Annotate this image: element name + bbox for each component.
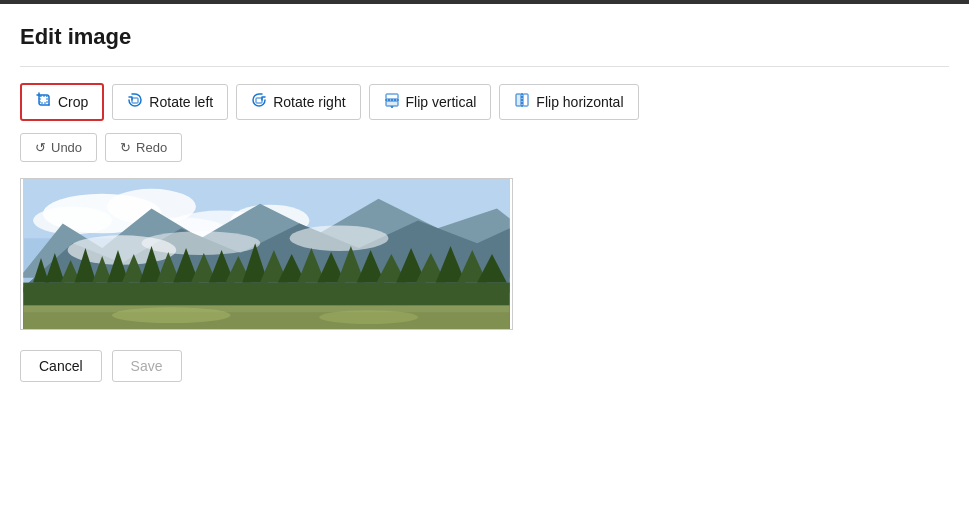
flip-vertical-icon	[384, 92, 400, 112]
rotate-right-icon	[251, 92, 267, 112]
svg-rect-0	[40, 96, 47, 103]
svg-point-52	[319, 310, 418, 324]
landscape-image	[21, 179, 512, 329]
page-title: Edit image	[20, 24, 949, 50]
crop-button[interactable]: Crop	[20, 83, 104, 121]
svg-rect-6	[523, 94, 528, 106]
page-container: Edit image Crop Rotate le	[0, 4, 969, 402]
cancel-label: Cancel	[39, 358, 83, 374]
svg-rect-7	[516, 94, 521, 106]
rotate-right-button[interactable]: Rotate right	[236, 84, 360, 120]
save-label: Save	[131, 358, 163, 374]
action-row: ↺ Undo ↻ Redo	[20, 133, 949, 162]
flip-horizontal-icon	[514, 92, 530, 112]
svg-rect-2	[256, 98, 262, 103]
rotate-left-label: Rotate left	[149, 94, 213, 110]
redo-button[interactable]: ↻ Redo	[105, 133, 182, 162]
crop-label: Crop	[58, 94, 88, 110]
rotate-left-icon	[127, 92, 143, 112]
image-preview	[20, 178, 513, 330]
toolbar: Crop Rotate left Rotate ri	[20, 83, 949, 121]
svg-rect-3	[386, 94, 398, 99]
redo-icon: ↻	[120, 140, 131, 155]
svg-point-51	[112, 307, 230, 323]
flip-horizontal-label: Flip horizontal	[536, 94, 623, 110]
svg-rect-1	[132, 98, 138, 103]
crop-icon	[36, 92, 52, 112]
flip-horizontal-button[interactable]: Flip horizontal	[499, 84, 638, 120]
rotate-right-label: Rotate right	[273, 94, 345, 110]
flip-vertical-button[interactable]: Flip vertical	[369, 84, 492, 120]
save-button[interactable]: Save	[112, 350, 182, 382]
undo-button[interactable]: ↺ Undo	[20, 133, 97, 162]
svg-point-20	[142, 231, 260, 255]
divider	[20, 66, 949, 67]
undo-icon: ↺	[35, 140, 46, 155]
flip-vertical-label: Flip vertical	[406, 94, 477, 110]
svg-rect-50	[23, 312, 510, 329]
cancel-button[interactable]: Cancel	[20, 350, 102, 382]
svg-rect-4	[386, 101, 398, 106]
svg-point-21	[290, 225, 389, 251]
rotate-left-button[interactable]: Rotate left	[112, 84, 228, 120]
undo-label: Undo	[51, 140, 82, 155]
redo-label: Redo	[136, 140, 167, 155]
footer-actions: Cancel Save	[20, 350, 949, 382]
